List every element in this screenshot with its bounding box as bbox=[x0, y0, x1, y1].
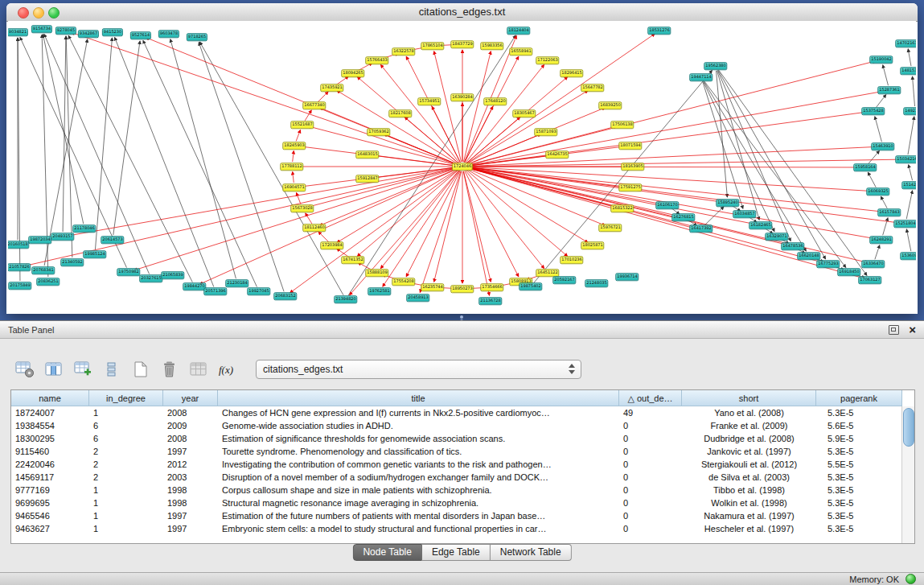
graph-node[interactable]: 9415230 bbox=[102, 28, 123, 36]
graph-node[interactable]: 17506138 bbox=[610, 121, 634, 129]
graph-node[interactable]: 16106170 bbox=[655, 201, 679, 209]
column-header-title[interactable]: title bbox=[218, 390, 619, 406]
graph-node[interactable]: 20592167 bbox=[552, 276, 576, 284]
graph-node[interactable]: 15983356 bbox=[480, 42, 503, 50]
graph-node[interactable]: 15142673 bbox=[901, 181, 916, 189]
graph-node[interactable]: 16483015 bbox=[355, 150, 379, 159]
graph-node[interactable]: 16182465 bbox=[749, 221, 772, 229]
graph-node[interactable]: 9278045 bbox=[55, 27, 76, 35]
graph-node[interactable]: 17063127 bbox=[858, 276, 881, 284]
table-row[interactable]: 1830029562008Estimation of significance … bbox=[11, 432, 914, 445]
graph-node[interactable]: 19927045 bbox=[247, 287, 270, 295]
tab-node-table[interactable]: Node Table bbox=[352, 544, 422, 561]
import-table-icon[interactable] bbox=[72, 360, 93, 379]
graph-node[interactable]: 16322578 bbox=[392, 47, 415, 56]
graph-node[interactable]: 15521687 bbox=[290, 121, 314, 129]
graph-node[interactable]: 16390284 bbox=[450, 93, 474, 101]
graph-node[interactable]: 19872034 bbox=[28, 236, 51, 244]
graph-node[interactable]: 9603478 bbox=[158, 30, 179, 38]
graph-node[interactable]: 16558941 bbox=[509, 47, 532, 56]
column-header-year[interactable]: year bbox=[163, 390, 218, 406]
graph-node[interactable]: 20571396 bbox=[203, 287, 227, 295]
graph-node[interactable]: 21136728 bbox=[478, 297, 502, 305]
table-row[interactable]: 946362711997Embryonic stem cells: a mode… bbox=[11, 522, 914, 535]
graph-node[interactable]: 21394820 bbox=[334, 295, 357, 303]
graph-node[interactable]: 16329071 bbox=[765, 233, 788, 241]
graph-node[interactable]: 17788112 bbox=[280, 163, 303, 171]
graph-node[interactable]: 19985124 bbox=[83, 250, 106, 258]
graph-node[interactable]: 18305467 bbox=[512, 109, 536, 117]
window-titlebar[interactable]: citations_edges.txt bbox=[6, 3, 918, 22]
tab-network-table[interactable]: Network Table bbox=[491, 544, 572, 561]
new-table-icon[interactable] bbox=[130, 360, 151, 379]
column-header-pagerank[interactable]: pagerank bbox=[816, 390, 902, 406]
graph-node[interactable]: 21248035 bbox=[585, 279, 608, 287]
graph-node[interactable]: 15958164 bbox=[853, 163, 877, 171]
graph-node[interactable]: 19447114 bbox=[689, 73, 713, 81]
graph-node[interactable]: 15912847 bbox=[355, 175, 379, 183]
graph-node[interactable]: 19562380 bbox=[704, 62, 727, 70]
graph-node[interactable]: 18217608 bbox=[388, 109, 412, 117]
graph-node[interactable]: 20327615 bbox=[139, 274, 162, 282]
graph-node[interactable]: 21057826 bbox=[8, 263, 31, 271]
graph-node[interactable]: 20614573 bbox=[101, 236, 124, 244]
graph-node[interactable]: 18437729 bbox=[450, 40, 474, 48]
graph-node[interactable]: 17435921 bbox=[320, 84, 343, 92]
graph-node[interactable]: 21178046 bbox=[72, 225, 96, 233]
graph-node[interactable]: 21065839 bbox=[161, 271, 184, 279]
graph-node[interactable]: 20836251 bbox=[36, 278, 60, 286]
splitter-grip[interactable] bbox=[460, 315, 463, 319]
graph-node[interactable]: 9527614 bbox=[130, 31, 151, 39]
graph-node[interactable]: 16918450 bbox=[837, 268, 860, 276]
table-row[interactable]: 946554611997Estimation of the future num… bbox=[11, 509, 914, 522]
graph-node[interactable]: 14702163 bbox=[895, 39, 916, 47]
graph-node[interactable]: 20683152 bbox=[273, 292, 297, 300]
table-scrollbar-thumb[interactable] bbox=[903, 408, 914, 447]
graph-node[interactable]: 21340592 bbox=[60, 258, 84, 266]
merge-table-icon[interactable] bbox=[188, 360, 209, 379]
graph-node[interactable]: 18296415 bbox=[560, 69, 583, 77]
table-row[interactable]: 911546021997Tourette syndrome. Phenomeno… bbox=[11, 445, 914, 458]
graph-node[interactable]: 20458913 bbox=[406, 294, 429, 302]
graph-node[interactable]: 18163905 bbox=[621, 163, 644, 171]
graph-node[interactable]: 17010236 bbox=[560, 256, 583, 264]
graph-node[interactable]: 16741352 bbox=[341, 256, 364, 264]
graph-node[interactable]: 15673028 bbox=[290, 204, 314, 212]
graph-node[interactable]: 15734951 bbox=[417, 97, 441, 105]
graph-node[interactable]: 16248291 bbox=[869, 236, 893, 244]
graph-node[interactable]: 1724046 bbox=[452, 163, 473, 171]
graph-node[interactable]: 14923587 bbox=[903, 107, 916, 115]
table-row[interactable]: 1872400712008Changes of HCN gene express… bbox=[11, 406, 914, 419]
graph-node[interactable]: 16839250 bbox=[598, 101, 622, 109]
graph-node[interactable]: 18094265 bbox=[341, 69, 364, 77]
graph-node[interactable]: 18245903 bbox=[282, 142, 306, 150]
column-header-out_de[interactable]: △ out_de… bbox=[619, 390, 682, 406]
graph-node[interactable]: 18950273 bbox=[450, 285, 474, 293]
graph-node[interactable]: 20175849 bbox=[8, 282, 31, 290]
graph-node[interactable]: 20768341 bbox=[31, 266, 55, 274]
table-row[interactable]: 977716911998Corpus callosum shape and si… bbox=[11, 484, 914, 496]
column-header-short[interactable]: short bbox=[682, 390, 816, 406]
graph-node[interactable]: 16235744 bbox=[421, 283, 444, 291]
graph-node[interactable]: 15871093 bbox=[534, 128, 557, 136]
graph-node[interactable]: 15888109 bbox=[365, 269, 388, 277]
graph-node[interactable]: 17059362 bbox=[367, 128, 390, 136]
graph-node[interactable]: 18124404 bbox=[507, 27, 530, 35]
graph-node[interactable]: 19936714 bbox=[615, 273, 639, 281]
graph-node[interactable]: 16336470 bbox=[861, 260, 885, 268]
table-scrollbar[interactable] bbox=[901, 406, 914, 543]
graph-node[interactable]: 18531276 bbox=[647, 27, 671, 35]
table-row[interactable]: 2242004622012Investigating the contribut… bbox=[11, 458, 914, 471]
graph-node[interactable]: 15190042 bbox=[869, 56, 893, 64]
delete-table-icon[interactable] bbox=[159, 360, 180, 379]
graph-node[interactable]: 20493157 bbox=[51, 233, 74, 241]
graph-node[interactable]: 9156734 bbox=[31, 25, 52, 33]
show-columns-icon[interactable] bbox=[43, 360, 64, 379]
network-canvas[interactable]: 1724046181639051759127516815322159767211… bbox=[8, 21, 916, 312]
graph-node[interactable]: 16677340 bbox=[302, 101, 326, 109]
function-builder-icon[interactable]: f(x) bbox=[217, 360, 238, 379]
graph-node[interactable]: 20160518 bbox=[8, 241, 30, 249]
graph-node[interactable]: 15360942 bbox=[900, 252, 916, 260]
graph-node[interactable]: 9342867 bbox=[78, 30, 99, 38]
graph-node[interactable]: 17554208 bbox=[392, 278, 415, 286]
